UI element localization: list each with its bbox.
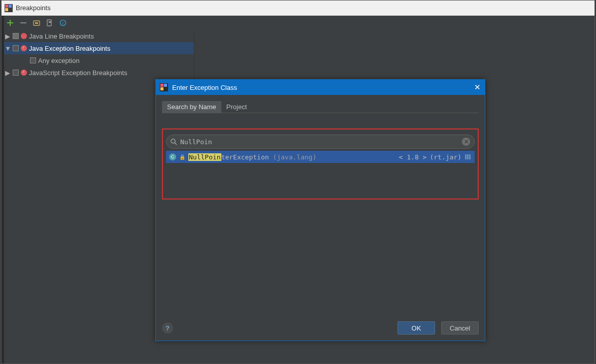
- dialog-body: Search by Name Project ✕ C 🔒 NullPointer…: [156, 95, 485, 200]
- breakpoint-tree: ▶ Java Line Breakpoints ▼ Java Exception…: [2, 30, 194, 79]
- remove-breakpoint-button[interactable]: [19, 18, 28, 27]
- tree-item-any-exception[interactable]: Any exception: [2, 54, 194, 67]
- tree-item-java-line[interactable]: ▶ Java Line Breakpoints: [2, 30, 194, 42]
- help-button[interactable]: ?: [162, 322, 173, 334]
- result-package: (java.lang): [273, 153, 316, 161]
- line-breakpoint-icon: [21, 33, 27, 39]
- svg-rect-13: [160, 87, 163, 90]
- tabs: Search by Name Project: [162, 101, 479, 113]
- svg-point-14: [171, 139, 175, 143]
- cancel-button[interactable]: Cancel: [441, 321, 479, 335]
- search-area: ✕ C 🔒 NullPointerException (java.lang) <…: [162, 128, 479, 200]
- exception-breakpoint-icon: [21, 70, 27, 76]
- window-title: Breakpoints: [16, 4, 51, 12]
- result-library: (rt.jar): [429, 153, 461, 161]
- svg-rect-2: [9, 5, 12, 8]
- toolbar: c: [2, 16, 594, 30]
- tab-project[interactable]: Project: [221, 101, 252, 113]
- dialog-footer: ? OK Cancel: [162, 321, 479, 335]
- enter-exception-class-dialog: Enter Exception Class ✕ Search by Name P…: [155, 79, 485, 341]
- checkbox[interactable]: [13, 33, 19, 39]
- library-icon: [465, 154, 472, 160]
- expand-arrow-icon[interactable]: ▶: [5, 32, 11, 40]
- result-version: < 1.8 >: [399, 153, 427, 161]
- dialog-title: Enter Exception Class: [172, 84, 237, 91]
- app-logo-icon: [5, 4, 13, 12]
- tree-label: JavaScript Exception Breakpoints: [29, 69, 127, 77]
- svg-rect-1: [5, 5, 8, 8]
- clear-search-button[interactable]: ✕: [462, 138, 470, 146]
- svg-rect-15: [465, 154, 467, 159]
- lock-icon: 🔒: [179, 154, 185, 160]
- svg-rect-16: [467, 154, 469, 159]
- svg-rect-3: [5, 8, 8, 11]
- expand-arrow-icon[interactable]: ▶: [5, 69, 11, 77]
- result-item[interactable]: C 🔒 NullPointerException (java.lang) < 1…: [166, 151, 475, 163]
- svg-rect-12: [164, 84, 167, 87]
- svg-text:c: c: [62, 21, 64, 25]
- checkbox[interactable]: [13, 45, 19, 51]
- ok-button[interactable]: OK: [398, 321, 435, 335]
- svg-rect-7: [49, 21, 51, 23]
- tree-item-java-exception[interactable]: ▼ Java Exception Breakpoints: [2, 42, 194, 54]
- close-icon[interactable]: ✕: [474, 83, 481, 92]
- group-by-package-button[interactable]: [32, 18, 41, 27]
- collapse-arrow-icon[interactable]: ▼: [5, 45, 11, 52]
- titlebar: Breakpoints: [2, 1, 594, 16]
- result-match: NullPoin: [188, 153, 221, 161]
- search-icon: [171, 139, 177, 145]
- dialog-titlebar[interactable]: Enter Exception Class ✕: [156, 80, 485, 95]
- checkbox[interactable]: [13, 70, 19, 76]
- left-gutter: [2, 16, 4, 363]
- app-logo-icon: [160, 83, 168, 91]
- svg-rect-11: [160, 84, 163, 87]
- search-input[interactable]: [180, 138, 459, 146]
- tab-search-by-name[interactable]: Search by Name: [162, 101, 221, 113]
- add-breakpoint-button[interactable]: [6, 18, 15, 27]
- group-by-class-button[interactable]: c: [58, 18, 68, 27]
- tree-label: Java Exception Breakpoints: [29, 45, 110, 52]
- search-box: ✕: [166, 135, 475, 149]
- tree-item-js-exception[interactable]: ▶ JavaScript Exception Breakpoints: [2, 67, 194, 79]
- checkbox[interactable]: [30, 57, 36, 63]
- tree-label: Any exception: [38, 57, 80, 64]
- class-icon: C: [169, 153, 176, 160]
- exception-breakpoint-icon: [21, 45, 27, 51]
- group-by-file-button[interactable]: [45, 18, 54, 27]
- svg-rect-17: [469, 154, 471, 159]
- svg-rect-5: [35, 22, 38, 24]
- result-rest: terException: [221, 153, 269, 161]
- tree-label: Java Line Breakpoints: [29, 32, 94, 40]
